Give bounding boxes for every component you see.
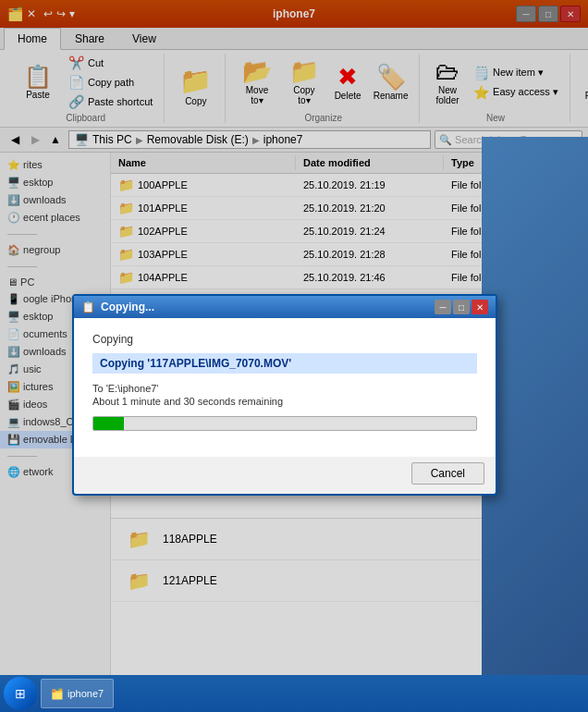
dialog-title-bar: 📋 Copying... ─ □ ✕ xyxy=(74,296,496,318)
dialog-time-label: About 1 minute and 30 seconds remaining xyxy=(92,396,477,407)
copy-dialog: 📋 Copying... ─ □ ✕ Copying Copying '117A… xyxy=(72,294,497,496)
taskbar: ⊞ 🗂️ iphone7 xyxy=(0,675,588,712)
dialog-copying-label: Copying xyxy=(92,333,477,346)
start-button[interactable]: ⊞ xyxy=(4,677,37,710)
dialog-file-name: Copying '117APPLE\IMG_7070.MOV' xyxy=(92,353,477,374)
cancel-button[interactable]: Cancel xyxy=(411,462,484,485)
progress-bar-fill xyxy=(93,417,124,430)
dialog-to-label: To 'E:\iphone7' xyxy=(92,383,477,394)
dialog-title-controls: ─ □ ✕ xyxy=(435,300,488,314)
dialog-minimize-button[interactable]: ─ xyxy=(435,300,451,314)
taskbar-explorer-label: iphone7 xyxy=(67,688,104,699)
dialog-maximize-button[interactable]: □ xyxy=(453,300,470,314)
taskbar-explorer-icon: 🗂️ xyxy=(51,688,64,700)
dialog-title-icon: 📋 xyxy=(81,301,95,313)
dialog-body: Copying Copying '117APPLE\IMG_7070.MOV' … xyxy=(74,318,496,457)
dialog-footer: Cancel xyxy=(74,457,496,494)
progress-bar-container xyxy=(92,416,477,431)
taskbar-explorer[interactable]: 🗂️ iphone7 xyxy=(41,679,114,708)
dialog-close-button[interactable]: ✕ xyxy=(472,300,488,314)
dialog-title-text: Copying... xyxy=(101,301,154,313)
